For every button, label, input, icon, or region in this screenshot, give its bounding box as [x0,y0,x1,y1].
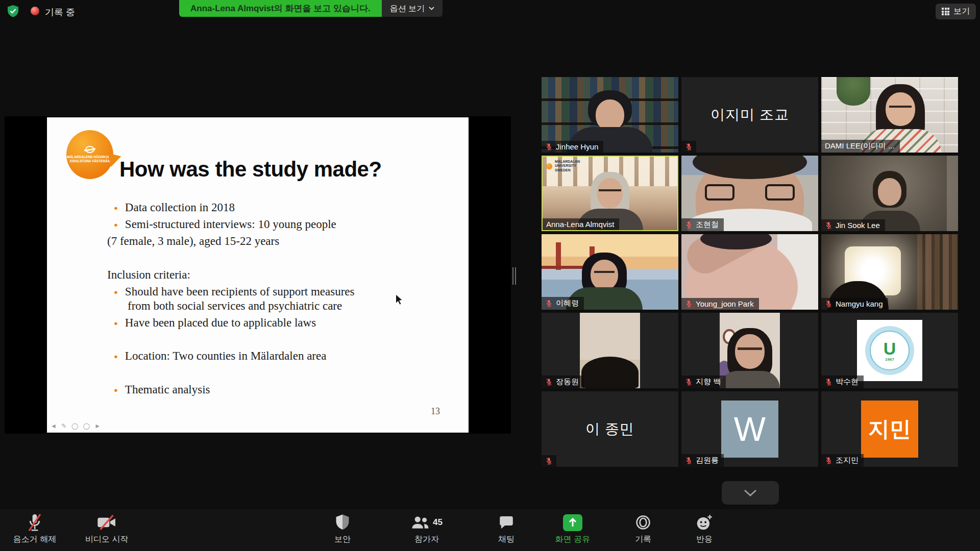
participant-nameplate: 장동원 [542,375,584,388]
slide-title: How was the study made? [119,157,382,182]
slide-text: from both social services and psychiatri… [128,299,342,313]
prev-slide-icon: ◄ [51,422,58,430]
participants-button[interactable]: 45 참가자 [391,512,462,545]
start-video-button[interactable]: 비디오 시작 [76,512,137,545]
security-button[interactable]: 보안 [312,512,373,545]
participant-tile-namgyu-kang[interactable]: Namgyu kang [821,234,958,310]
chevron-down-icon [744,489,757,496]
muted-mic-icon [545,143,553,151]
university-watermark: MÄLARDALEN UNIVERSITY SWEDEN [546,160,591,172]
camera-off-icon [96,512,117,533]
unmute-button[interactable]: 음소거 해제 [4,512,65,545]
participant-nameplate: 김원룡 [681,454,724,467]
participant-name: 박수현 [836,377,859,387]
top-bar: 기록 중 Anna-Lena Almqvist의 화면을 보고 있습니다. 옵션… [0,0,980,22]
record-label: 기록 [635,534,651,545]
muted-mic-icon [825,221,832,229]
recording-label: 기록 중 [45,6,75,18]
participant-tile-leejongmin[interactable]: 이 종민 [542,391,678,467]
viewing-screen-banner: Anna-Lena Almqvist의 화면을 보고 있습니다. [179,0,382,17]
slide-nav-controls: ◄ ✎ ◯ ◯ ► [51,422,102,430]
participant-name: DAMI LEE(이다미 ... [825,141,895,151]
security-shield-icon[interactable] [7,5,19,20]
participant-tile-anna-lena-active-speaker[interactable]: MÄLARDALEN UNIVERSITY SWEDEN Anna-Lena A… [542,156,678,231]
participant-tile-ljimi[interactable]: 이지미 조교 [681,77,818,153]
participant-name: Namgyu kang [836,299,883,308]
share-screen-button[interactable]: 화면 공유 [540,512,605,545]
slide-text: Inclusion criteria: [107,268,190,282]
participant-name: Jin Sook Lee [836,221,880,230]
participant-name: Young_joon Park [696,299,754,308]
participant-nameplate: 조지민 [821,454,864,467]
unmute-label: 음소거 해제 [13,534,56,545]
chat-bubble-icon [498,512,514,533]
muted-mic-icon [825,378,832,386]
chat-button[interactable]: 채팅 [476,512,537,545]
participant-nameplate: 조현철 [681,218,724,231]
participant-tile-kimwonryong[interactable]: W 김원룡 [681,391,818,467]
presentation-slide: MÄLARDALENS HÖGSKOLA ESKILSTUNA VÄSTERÅS… [47,117,469,433]
record-button[interactable]: 기록 [612,512,674,545]
muted-mic-icon [545,299,553,307]
participant-tile-dami-lee[interactable]: DAMI LEE(이다미 ... [821,77,958,153]
participant-nameplate [542,455,556,467]
participant-nameplate: 박수현 [821,375,864,388]
slide-bullet: Semi-structured interviews: 10 young peo… [114,218,336,231]
muted-mic-icon [545,457,553,465]
mouse-cursor [395,294,404,307]
participant-name: 김원룡 [696,456,719,465]
logo-text-line1: MÄLARDALENS HÖGSKOLA [67,155,113,159]
muted-mic-icon [685,221,693,229]
participant-name: 조지민 [836,456,859,465]
participants-icon-row: 45 [411,512,443,533]
muted-mic-icon [685,378,693,386]
participant-tile-parksuhyun[interactable]: U 1967 박수현 [821,313,958,388]
participant-nameplate [681,141,696,153]
university-watermark-text: MÄLARDALEN UNIVERSITY SWEDEN [555,160,591,172]
reactions-label: 반응 [696,534,713,545]
chat-label: 채팅 [498,534,514,545]
participant-display-name: 이 종민 [542,391,678,467]
muted-mic-icon [825,300,832,308]
muted-mic-icon [685,300,693,308]
slide-bullet: Should have been recipients of support m… [114,285,355,298]
participant-nameplate: 이혜령 [542,297,584,310]
university-logo-icon [546,163,552,169]
participant-name: 장동원 [556,377,579,387]
university-emblem-icon [85,146,94,153]
participant-tile-young-joon-park[interactable]: Young_joon Park [681,234,818,310]
grid-more-participants-button[interactable] [722,481,779,505]
smiley-plus-icon [695,512,714,533]
participant-tile-jojimin[interactable]: 지민 조지민 [821,391,958,467]
participant-name: 조현철 [696,220,719,230]
university-logo: MÄLARDALENS HÖGSKOLA ESKILSTUNA VÄSTERÅS [66,130,113,179]
participant-tile-lhyeryeong[interactable]: 이혜령 [542,234,678,310]
participant-nameplate: Jinhee Hyun [542,141,603,153]
participant-tile-jin-sook-lee[interactable]: Jin Sook Lee [821,156,958,231]
participant-nameplate: DAMI LEE(이다미 ... [821,140,900,153]
participant-tile-johyunchul[interactable]: 조현철 [681,156,818,231]
participant-avatar: U 1967 [857,320,922,381]
participant-tile-jangdongwon[interactable]: 장동원 [542,313,678,388]
view-options-button[interactable]: 옵션 보기 [382,0,443,17]
view-layout-button[interactable]: 보기 [936,4,976,19]
participant-display-name: 이지미 조교 [681,77,818,153]
grid-view-icon [942,8,949,15]
participant-name: Anna-Lena Almqvist [546,220,614,229]
slide-bullet: Data collection in 2018 [114,201,235,214]
participant-tile-jinhee-hyun[interactable]: Jinhee Hyun [542,77,678,153]
slide-bullet: Have been placed due to applicable laws [114,316,316,330]
association-logo-letter: U [884,340,896,357]
reactions-button[interactable]: 반응 [674,512,735,545]
participant-nameplate: Jin Sook Lee [821,219,885,231]
meeting-toolbar: 음소거 해제 비디오 시작 보안 45 참가자 채팅 [0,509,980,551]
share-screen-icon [563,512,582,533]
logo-text-line2: ESKILSTUNA VÄSTERÅS [70,159,110,163]
participant-nameplate: 지향 백 [681,375,726,388]
slide-bullet: Location: Two counties in Mälardalen are… [114,349,326,363]
shared-screen-area: MÄLARDALENS HÖGSKOLA ESKILSTUNA VÄSTERÅS… [5,116,511,434]
chevron-down-icon [429,7,434,10]
panel-resize-handle[interactable] [512,267,516,285]
participant-tile-jihyangbaek[interactable]: 지향 백 [681,313,818,388]
participant-name: 지향 백 [696,377,721,387]
